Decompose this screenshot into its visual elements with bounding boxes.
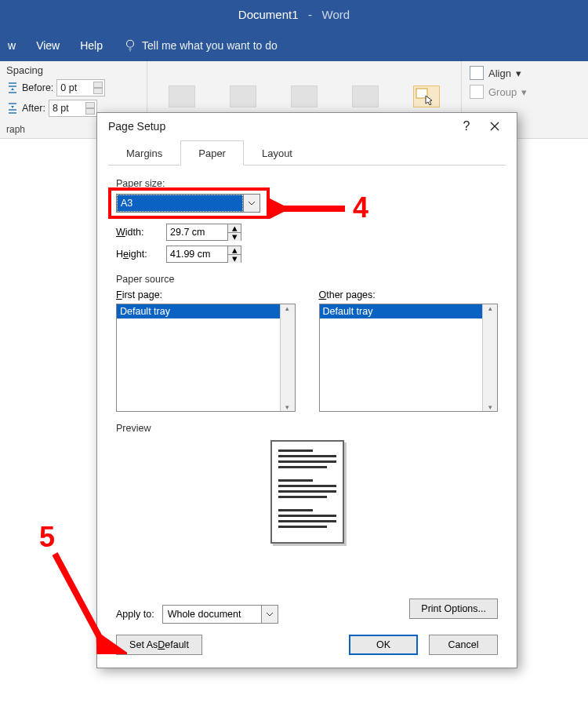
first-page-listbox[interactable]: Default tray ▴▾ — [116, 304, 296, 412]
group-icon — [470, 85, 484, 99]
after-label: After: — [22, 103, 45, 114]
chevron-down-icon: ▾ — [521, 86, 527, 98]
tab-paper[interactable]: Paper — [180, 140, 244, 166]
apply-to-combo[interactable]: Whole document — [162, 605, 278, 624]
scrollbar[interactable]: ▴▾ — [280, 304, 295, 411]
app-menubar: w View Help Tell me what you want to do — [0, 30, 588, 61]
tell-me-search[interactable]: Tell me what you want to do — [123, 38, 278, 53]
chevron-down-icon — [266, 612, 274, 617]
group-menu: Group ▾ — [470, 85, 527, 99]
tab-margins[interactable]: Margins — [108, 140, 180, 166]
chevron-down-icon: ▾ — [516, 67, 521, 79]
svg-line-3 — [55, 554, 102, 642]
before-input[interactable]: 0 pt — [56, 79, 105, 96]
align-menu[interactable]: Align ▾ — [470, 66, 527, 80]
height-input[interactable]: 41.99 cm ▴▾ — [166, 246, 241, 263]
width-label: Width: — [116, 227, 158, 238]
first-page-label: First page: — [116, 289, 296, 300]
align-icon — [470, 66, 484, 80]
help-button[interactable]: ? — [452, 115, 481, 137]
close-icon — [490, 122, 499, 131]
combo-dropdown-button[interactable] — [243, 195, 260, 212]
tab-layout[interactable]: Layout — [244, 140, 310, 166]
preview-label: Preview — [116, 423, 498, 434]
list-item[interactable]: Default tray — [117, 304, 281, 318]
paper-source-label: Paper source — [116, 274, 498, 285]
spacing-before-icon — [6, 82, 19, 94]
list-item[interactable]: Default tray — [320, 304, 484, 318]
chevron-down-icon — [248, 201, 256, 206]
annotation-number-4: 4 — [353, 191, 368, 224]
menu-item-help[interactable]: Help — [80, 39, 103, 52]
paper-size-label: Paper size: — [116, 178, 498, 189]
spacing-after-icon — [6, 102, 19, 115]
paper-size-combo[interactable]: A3 — [116, 194, 260, 213]
preview-thumbnail — [270, 440, 344, 544]
svg-point-0 — [127, 40, 134, 47]
print-options-button[interactable]: Print Options... — [409, 599, 498, 619]
close-button[interactable] — [481, 115, 509, 137]
spacing-heading: Spacing — [6, 64, 140, 76]
ok-button[interactable]: OK — [349, 635, 418, 655]
menu-item[interactable]: w — [8, 39, 16, 52]
other-pages-listbox[interactable]: Default tray ▴▾ — [319, 304, 499, 412]
page-setup-dialog: Page Setup ? Margins Paper Layout Paper … — [96, 112, 517, 668]
width-input[interactable]: 29.7 cm ▴▾ — [166, 224, 241, 241]
menu-item-view[interactable]: View — [36, 39, 60, 52]
dialog-title: Page Setup — [108, 120, 452, 133]
scrollbar[interactable]: ▴▾ — [482, 304, 497, 411]
set-as-default-button[interactable]: Set As Default — [116, 635, 202, 655]
doc-title: Document1 — [238, 8, 299, 21]
dialog-tabs: Margins Paper Layout — [108, 140, 506, 166]
annotation-number-5: 5 — [39, 521, 55, 554]
after-input[interactable]: 8 pt — [49, 100, 97, 117]
height-label: Height: — [116, 249, 158, 260]
app-name: Word — [322, 8, 350, 21]
before-label: Before: — [22, 82, 53, 93]
apply-to-label: Apply to: — [116, 609, 154, 620]
app-titlebar: Document1 - Word — [0, 0, 588, 30]
dialog-titlebar: Page Setup ? — [97, 113, 517, 140]
cancel-button[interactable]: Cancel — [429, 635, 498, 655]
other-pages-label: Other pages: — [319, 289, 499, 300]
paper-size-value: A3 — [117, 195, 243, 212]
combo-dropdown-button[interactable] — [261, 606, 278, 623]
